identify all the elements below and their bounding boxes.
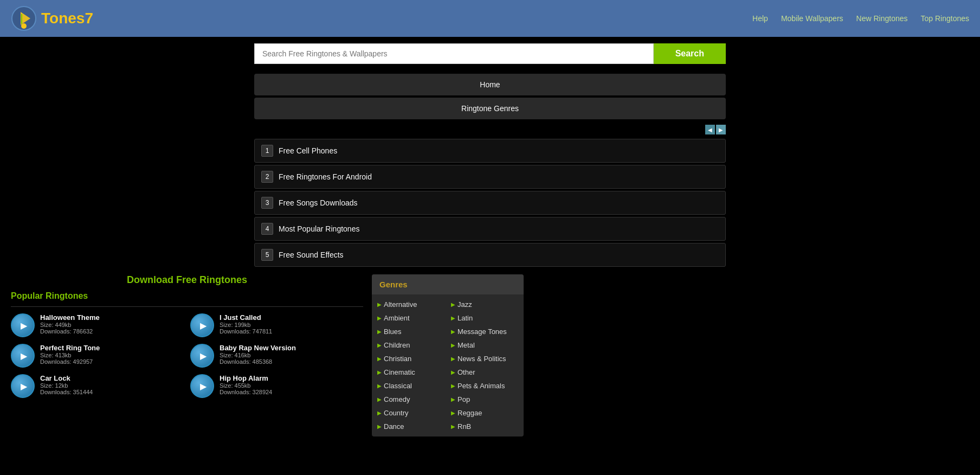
item-number: 5 xyxy=(261,249,273,261)
genre-label: Dance xyxy=(384,422,404,431)
ringtone-downloads: Downloads: 328924 xyxy=(220,389,272,395)
ringtone-info: I Just Called Size: 199kb Downloads: 747… xyxy=(220,313,272,335)
genre-label: Ambient xyxy=(384,314,410,322)
genre-item[interactable]: ▶Other xyxy=(450,367,519,378)
genre-item[interactable]: ▶Dance xyxy=(376,421,446,432)
list-item[interactable]: 3 Free Songs Downloads xyxy=(254,191,726,215)
genre-item[interactable]: ▶Alternative xyxy=(376,299,446,310)
search-button[interactable]: Search xyxy=(654,43,726,64)
play-button[interactable]: ▶ xyxy=(190,374,214,398)
play-icon: ▶ xyxy=(21,320,27,331)
nav-home[interactable]: Home xyxy=(254,74,726,95)
genre-item[interactable]: ▶Pets & Animals xyxy=(450,380,519,391)
genre-label: Blues xyxy=(384,328,402,336)
genre-arrow-icon: ▶ xyxy=(451,356,455,362)
genre-item[interactable]: ▶Children xyxy=(376,339,446,351)
ringtone-size: Size: 416kb xyxy=(220,352,296,358)
play-button[interactable]: ▶ xyxy=(190,344,214,368)
genres-grid: ▶Alternative▶Jazz▶Ambient▶Latin▶Blues▶Me… xyxy=(372,294,524,437)
ringtone-info: Halloween Theme Size: 449kb Downloads: 7… xyxy=(40,313,100,335)
ringtone-size: Size: 12kb xyxy=(40,382,93,389)
main-content: Download Free Ringtones Popular Ringtone… xyxy=(0,269,980,442)
search-container: Search xyxy=(254,43,726,64)
next-arrow[interactable]: ▶ xyxy=(716,125,726,134)
genre-item[interactable]: ▶Cinematic xyxy=(376,367,446,378)
genre-arrow-icon: ▶ xyxy=(451,315,455,321)
ringtone-grid: ▶ Halloween Theme Size: 449kb Downloads:… xyxy=(11,313,363,398)
ringtone-name[interactable]: Halloween Theme xyxy=(40,313,100,322)
genre-item[interactable]: ▶Classical xyxy=(376,380,446,391)
ringtone-size: Size: 413kb xyxy=(40,352,100,358)
genre-item[interactable]: ▶Message Tones xyxy=(450,326,519,337)
play-button[interactable]: ▶ xyxy=(190,313,214,337)
genre-arrow-icon: ▶ xyxy=(451,329,455,335)
genre-arrow-icon: ▶ xyxy=(377,383,382,389)
genre-label: Pop xyxy=(457,395,470,403)
item-number: 1 xyxy=(261,145,273,157)
genre-item[interactable]: ▶Jazz xyxy=(450,299,519,310)
item-label: Free Ringtones For Android xyxy=(279,172,372,181)
ringtone-name[interactable]: I Just Called xyxy=(220,313,272,322)
genre-item[interactable]: ▶Christian xyxy=(376,353,446,364)
genre-item[interactable]: ▶News & Politics xyxy=(450,353,519,364)
play-button[interactable]: ▶ xyxy=(11,313,35,337)
genre-arrow-icon: ▶ xyxy=(377,329,382,335)
genre-item[interactable]: ▶Reggae xyxy=(450,407,519,419)
genre-arrow-icon: ▶ xyxy=(377,410,382,416)
list-item[interactable]: 2 Free Ringtones For Android xyxy=(254,165,726,189)
play-icon: ▶ xyxy=(21,351,27,361)
logo[interactable]: Tones7 xyxy=(11,5,93,31)
nav-ringtone-genres[interactable]: Ringtone Genres xyxy=(254,98,726,119)
genre-label: News & Politics xyxy=(457,355,506,363)
list-item[interactable]: 4 Most Popular Ringtones xyxy=(254,217,726,241)
ringtone-name[interactable]: Car Lock xyxy=(40,374,93,382)
play-button[interactable]: ▶ xyxy=(11,344,35,368)
genre-arrow-icon: ▶ xyxy=(451,369,455,375)
item-label: Free Cell Phones xyxy=(279,146,337,155)
genre-arrow-icon: ▶ xyxy=(377,342,382,348)
genre-item[interactable]: ▶Blues xyxy=(376,326,446,337)
item-label: Free Sound Effects xyxy=(279,251,344,259)
item-number: 2 xyxy=(261,171,273,183)
genre-item[interactable]: ▶Comedy xyxy=(376,394,446,405)
ringtone-name[interactable]: Perfect Ring Tone xyxy=(40,344,100,352)
genre-arrow-icon: ▶ xyxy=(451,396,455,402)
item-label: Free Songs Downloads xyxy=(279,198,358,207)
genres-box: Genres ▶Alternative▶Jazz▶Ambient▶Latin▶B… xyxy=(372,274,524,437)
play-button[interactable]: ▶ xyxy=(11,374,35,398)
ringtone-name[interactable]: Hip Hop Alarm xyxy=(220,374,272,382)
ringtone-size: Size: 455kb xyxy=(220,382,272,389)
play-icon: ▶ xyxy=(200,381,207,391)
genre-item[interactable]: ▶RnB xyxy=(450,421,519,432)
list-item[interactable]: 5 Free Sound Effects xyxy=(254,243,726,267)
genre-arrow-icon: ▶ xyxy=(377,356,382,362)
genre-item[interactable]: ▶Latin xyxy=(450,312,519,324)
genre-item[interactable]: ▶Metal xyxy=(450,339,519,351)
genre-item[interactable]: ▶Ambient xyxy=(376,312,446,324)
download-title: Download Free Ringtones xyxy=(11,274,363,286)
genre-arrow-icon: ▶ xyxy=(451,383,455,389)
genre-label: Cinematic xyxy=(384,368,415,376)
nav-top-ringtones[interactable]: Top Ringtones xyxy=(920,14,969,23)
genre-label: Comedy xyxy=(384,395,410,403)
nav-new-ringtones[interactable]: New Ringtones xyxy=(856,14,908,23)
nav-mobile-wallpapers[interactable]: Mobile Wallpapers xyxy=(781,14,843,23)
genre-item[interactable]: ▶Country xyxy=(376,407,446,419)
ringtone-downloads: Downloads: 747811 xyxy=(220,328,272,335)
search-input[interactable] xyxy=(254,43,654,64)
genre-arrow-icon: ▶ xyxy=(377,369,382,375)
genre-item[interactable]: ▶Pop xyxy=(450,394,519,405)
nav-help[interactable]: Help xyxy=(752,14,768,23)
ringtone-downloads: Downloads: 485368 xyxy=(220,358,296,365)
play-icon: ▶ xyxy=(200,320,207,331)
ringtone-size: Size: 199kb xyxy=(220,322,272,328)
list-item[interactable]: 1 Free Cell Phones xyxy=(254,139,726,163)
right-content: Genres ▶Alternative▶Jazz▶Ambient▶Latin▶B… xyxy=(372,274,524,437)
genre-label: Pets & Animals xyxy=(457,382,505,390)
genre-label: Alternative xyxy=(384,300,417,309)
ringtone-name[interactable]: Baby Rap New Version xyxy=(220,344,296,352)
genre-arrow-icon: ▶ xyxy=(377,423,382,429)
genres-title: Genres xyxy=(372,274,524,294)
genre-arrow-icon: ▶ xyxy=(377,301,382,307)
prev-arrow[interactable]: ◀ xyxy=(705,125,715,134)
